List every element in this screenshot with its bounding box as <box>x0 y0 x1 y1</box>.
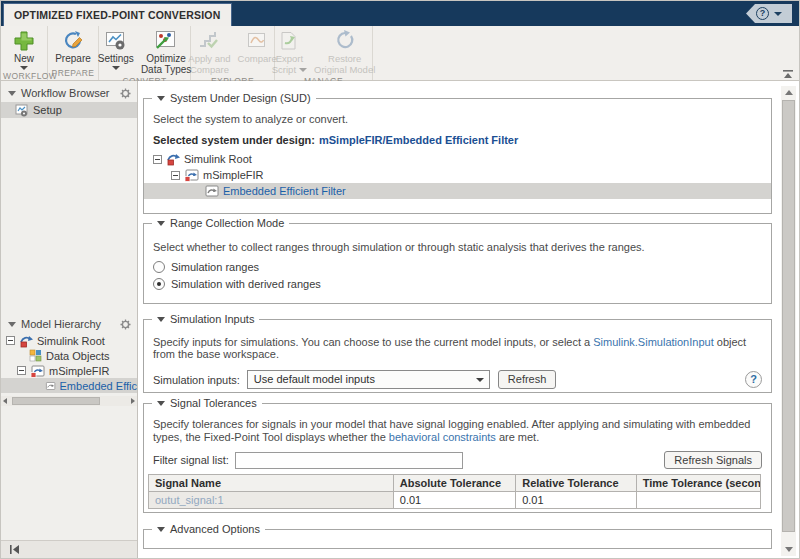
st-description: Specify tolerances for signals in your m… <box>153 418 762 444</box>
section-simulation-inputs: Simulation Inputs Specify inputs for sim… <box>143 319 772 393</box>
ao-title: Advanced Options <box>170 523 260 536</box>
sud-selected-value: mSimpleFIR/Embedded Efficient Filter <box>319 134 518 146</box>
main-vertical-scrollbar[interactable] <box>781 86 796 556</box>
new-button[interactable]: New <box>9 28 39 71</box>
section-advanced-options: Advanced Options <box>143 529 772 549</box>
restore-original-model-button[interactable]: Restore Original Model <box>311 28 378 76</box>
settings-icon <box>104 29 128 53</box>
simulation-inputs-help-icon[interactable]: ? <box>745 371 762 388</box>
workflow-browser-gear-icon[interactable] <box>120 88 131 99</box>
col-absolute-tolerance: Absolute Tolerance <box>393 475 515 492</box>
ribbon-toolbar: New WORKFLOW Prepare PREPARE <box>1 26 799 81</box>
hierarchy-node-msimplefir[interactable]: mSimpleFIR <box>1 363 137 378</box>
sidebar-item-setup[interactable]: Setup <box>1 102 137 118</box>
table-header-row: Signal Name Absolute Tolerance Relative … <box>149 475 761 492</box>
help-icon: ? <box>756 7 769 20</box>
model-hierarchy-collapse-icon[interactable] <box>8 322 16 327</box>
behavioral-constraints-link[interactable]: behavioral constraints <box>389 431 496 443</box>
section-signal-tolerances: Signal Tolerances Specify tolerances for… <box>143 403 772 513</box>
radio-simulation-ranges[interactable]: Simulation ranges <box>153 261 771 273</box>
sud-collapse-icon[interactable] <box>157 96 165 101</box>
subsystem-icon <box>30 364 45 378</box>
help-button[interactable]: ? <box>746 4 792 23</box>
si-title: Simulation Inputs <box>170 313 254 326</box>
section-range-collection-mode: Range Collection Mode Select whether to … <box>143 223 772 304</box>
refresh-button[interactable]: Refresh <box>498 370 557 389</box>
hierarchy-node-data-objects[interactable]: Data Objects <box>1 348 137 363</box>
model-hierarchy-panel: Model Hierarchy Simulin <box>1 312 137 406</box>
col-relative-tolerance: Relative Tolerance <box>516 475 637 492</box>
sud-node-embedded-efficient-filter[interactable]: Embedded Efficient Filter <box>144 183 771 199</box>
ribbon-group-prepare: Prepare PREPARE <box>48 26 99 80</box>
simulation-inputs-label: Simulation inputs: <box>153 374 240 386</box>
sud-node-msimplefir[interactable]: mSimpleFIR <box>144 167 771 183</box>
vscroll-thumb[interactable] <box>782 100 795 532</box>
refresh-signals-button[interactable]: Refresh Signals <box>664 451 762 469</box>
expander-minus-icon[interactable] <box>171 171 180 180</box>
table-row: outut_signal:1 0.01 0.01 <box>149 492 761 509</box>
settings-button[interactable]: Settings <box>95 28 137 71</box>
expander-minus-icon[interactable] <box>17 366 26 375</box>
scroll-right-icon[interactable] <box>131 398 135 404</box>
rcm-description: Select whether to collect ranges through… <box>153 241 771 253</box>
left-sidebar: Workflow Browser Setup <box>1 81 138 558</box>
subsystem-icon <box>204 184 219 198</box>
simulink-root-icon <box>166 152 180 166</box>
settings-dropdown-caret-icon <box>112 66 120 70</box>
model-hierarchy-gear-icon[interactable] <box>120 319 131 330</box>
tolerances-table: Signal Name Absolute Tolerance Relative … <box>148 474 761 509</box>
tab-optimized-fixed-point-conversion[interactable]: OPTIMIZED FIXED-POINT CONVERSION <box>3 3 232 26</box>
workflow-browser-collapse-icon[interactable] <box>8 91 16 96</box>
radio-checked-icon[interactable] <box>153 278 165 290</box>
sud-title: System Under Design (SUD) <box>170 92 311 105</box>
sidebar-bottom-bar <box>1 540 137 558</box>
time-tolerance-cell[interactable] <box>636 492 760 509</box>
new-dropdown-caret-icon <box>20 66 28 70</box>
absolute-tolerance-cell[interactable]: 0.01 <box>393 492 515 509</box>
simulationinput-link[interactable]: Simulink.SimulationInput <box>593 336 713 348</box>
filter-signal-list-label: Filter signal list: <box>153 454 229 466</box>
hierarchy-horizontal-scrollbar[interactable] <box>1 396 137 406</box>
radio-simulation-with-derived-ranges[interactable]: Simulation with derived ranges <box>153 278 771 290</box>
rcm-title: Range Collection Mode <box>170 217 284 230</box>
fixed-point-tool-window: OPTIMIZED FIXED-POINT CONVERSION ? New W… <box>0 0 800 559</box>
toolstrip-tab-bar: OPTIMIZED FIXED-POINT CONVERSION ? <box>1 1 799 26</box>
scroll-left-icon[interactable] <box>3 398 7 404</box>
setup-icon <box>15 104 28 117</box>
export-dropdown-caret-icon <box>299 68 307 72</box>
export-script-button[interactable]: Export Script <box>269 28 310 76</box>
prepare-button[interactable]: Prepare <box>52 28 94 65</box>
section-system-under-design: System Under Design (SUD) Select the sys… <box>143 98 772 214</box>
model-hierarchy-header: Model Hierarchy <box>1 312 137 333</box>
scroll-down-icon[interactable] <box>781 543 796 556</box>
hierarchy-node-embedded-efficient-filter[interactable]: Embedded Effic <box>1 378 137 393</box>
subsystem-icon <box>45 379 56 393</box>
sud-node-simulink-root[interactable]: Simulink Root <box>144 151 771 167</box>
scroll-up-icon[interactable] <box>781 86 796 99</box>
sud-selected-label: Selected system under design: <box>153 134 315 146</box>
radio-unchecked-icon[interactable] <box>153 261 165 273</box>
collapse-ribbon-icon[interactable] <box>782 69 794 79</box>
expander-minus-icon[interactable] <box>6 336 15 345</box>
hierarchy-node-simulink-root[interactable]: Simulink Root <box>1 333 137 348</box>
col-signal-name: Signal Name <box>149 475 394 492</box>
st-collapse-icon[interactable] <box>157 401 165 406</box>
signal-name-link[interactable]: outut_signal:1 <box>149 492 394 509</box>
ao-collapse-icon[interactable] <box>157 527 165 532</box>
new-plus-icon <box>12 29 36 53</box>
ribbon-group-convert: Settings Optimize Data Types <box>99 26 191 80</box>
si-collapse-icon[interactable] <box>157 317 165 322</box>
optimize-data-types-icon <box>154 29 178 53</box>
sud-selected-line: Selected system under design:mSimpleFIR/… <box>153 134 771 146</box>
data-objects-icon <box>29 349 42 362</box>
apply-and-compare-button[interactable]: Apply and Compare <box>185 28 233 76</box>
hscroll-thumb[interactable] <box>12 397 100 405</box>
collapse-sidebar-icon[interactable] <box>9 545 21 554</box>
expander-minus-icon[interactable] <box>153 155 162 164</box>
ribbon-group-manage: Export Script Restore Original Model MAN… <box>275 26 373 80</box>
filter-signal-list-input[interactable] <box>235 452 463 469</box>
rcm-collapse-icon[interactable] <box>157 221 165 226</box>
relative-tolerance-cell[interactable]: 0.01 <box>516 492 637 509</box>
sud-description: Select the system to analyze or convert. <box>153 113 771 125</box>
simulation-inputs-dropdown[interactable]: Use default model inputs <box>247 370 490 389</box>
